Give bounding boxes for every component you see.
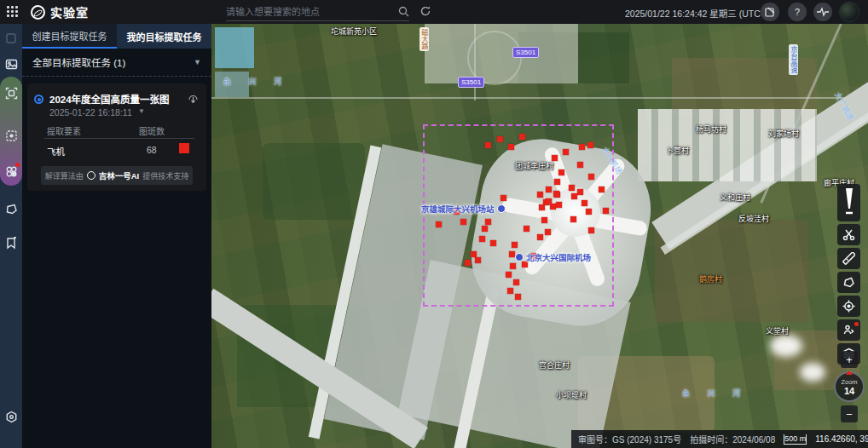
aircraft-marker[interactable] <box>475 257 481 263</box>
sidebar-item-polygon-draw[interactable] <box>3 201 19 216</box>
aircraft-marker[interactable] <box>436 221 442 227</box>
search-input[interactable] <box>226 7 398 17</box>
activity-button[interactable] <box>813 3 832 21</box>
aircraft-marker[interactable] <box>537 192 543 198</box>
aircraft-marker[interactable] <box>579 144 585 150</box>
col-header-count: 图斑数 <box>139 124 165 137</box>
aircraft-marker[interactable] <box>546 187 552 192</box>
aircraft-marker[interactable] <box>546 198 552 204</box>
aircraft-marker[interactable] <box>507 288 513 294</box>
aircraft-marker[interactable] <box>570 216 576 222</box>
aircraft-marker[interactable] <box>588 174 594 180</box>
algorithm-credit-button[interactable]: 解译算法由 吉林一号AI 提供技术支持 <box>41 166 193 185</box>
search-bar[interactable] <box>226 3 409 21</box>
aircraft-marker[interactable] <box>515 294 521 300</box>
aircraft-marker[interactable] <box>541 217 547 223</box>
aircraft-marker[interactable] <box>490 240 496 246</box>
aircraft-marker[interactable] <box>501 195 506 201</box>
refresh-icon[interactable] <box>420 5 431 17</box>
task-filter-dropdown[interactable]: 全部目标提取任务 (1) ▼ <box>22 49 211 77</box>
aircraft-marker[interactable] <box>479 236 485 242</box>
sidebar-item-settings[interactable] <box>3 409 19 424</box>
task-card[interactable]: 2024年度全国高质量一张图 2025-01-22 16:18:11 ▼ 提取要… <box>27 83 206 191</box>
aircraft-marker[interactable] <box>524 226 529 232</box>
left-icon-rail <box>0 24 22 448</box>
aircraft-marker[interactable] <box>539 204 545 210</box>
map-label: 宫合庄村 <box>539 359 570 370</box>
measure-tool[interactable] <box>837 248 860 269</box>
aircraft-marker[interactable] <box>512 242 518 248</box>
edit-note-button[interactable] <box>761 3 779 21</box>
aircraft-marker[interactable] <box>563 149 569 155</box>
crop-select-icon <box>5 129 18 142</box>
locate-tool[interactable] <box>837 296 860 317</box>
zoom-dial[interactable]: Zoom 14 <box>834 371 865 402</box>
poi-label[interactable]: 京雄城际大兴机场站 <box>421 203 506 215</box>
sidebar-item-crop-select[interactable] <box>3 128 19 143</box>
aircraft-marker[interactable] <box>537 234 543 240</box>
aircraft-marker[interactable] <box>553 191 559 197</box>
map-label: 坨城新苑小区 <box>331 26 377 37</box>
aircraft-marker[interactable] <box>545 229 551 235</box>
task-radio[interactable] <box>34 95 43 104</box>
aircraft-marker[interactable] <box>485 142 491 148</box>
aircraft-marker[interactable] <box>603 208 609 214</box>
swipe-compare-tool[interactable] <box>837 184 860 221</box>
clip-tool[interactable] <box>837 224 860 245</box>
map-label: 义堂村 <box>766 325 789 336</box>
aircraft-marker[interactable] <box>460 219 466 225</box>
zoom-in-button[interactable]: + <box>841 351 858 368</box>
satellite-map[interactable]: 坨城新苑小区团城李庄村杨马坊村刘家场村卜营村义和庄村廊平庄村反坡洼村鹅房村义堂村… <box>211 24 868 448</box>
poi-label[interactable]: 北京大兴国际机场 <box>515 251 591 263</box>
aircraft-marker[interactable] <box>510 263 516 269</box>
aircraft-marker[interactable] <box>471 251 477 257</box>
aircraft-marker[interactable] <box>587 142 593 148</box>
notification-dot <box>854 322 859 326</box>
metro-icon <box>497 204 506 213</box>
zoom-out-button[interactable]: − <box>841 405 858 422</box>
aircraft-marker[interactable] <box>465 260 471 266</box>
tab-create-task[interactable]: 创建目标提取任务 <box>22 24 117 49</box>
aircraft-marker[interactable] <box>550 204 556 210</box>
sidebar-item-apps-clover[interactable] <box>3 164 19 179</box>
aircraft-marker[interactable] <box>508 144 514 150</box>
aircraft-marker[interactable] <box>588 227 594 233</box>
aircraft-marker[interactable] <box>569 185 575 191</box>
help-button[interactable]: ? <box>788 3 807 21</box>
aircraft-marker[interactable] <box>497 136 503 142</box>
tab-my-tasks[interactable]: 我的目标提取任务 <box>117 24 211 49</box>
sidebar-item-ai-extract[interactable] <box>3 85 19 101</box>
app-logo[interactable]: 实验室 <box>31 3 89 20</box>
activity-icon <box>817 7 829 17</box>
aircraft-marker[interactable] <box>485 219 491 225</box>
sidebar-item-bookmark-add[interactable] <box>3 235 19 250</box>
target-icon <box>842 300 855 313</box>
sidebar-item-home[interactable] <box>3 31 19 46</box>
aircraft-marker[interactable] <box>554 179 560 185</box>
chevron-down-icon[interactable]: ▼ <box>138 107 145 115</box>
aircraft-marker[interactable] <box>577 189 583 195</box>
avatar[interactable] <box>839 2 859 22</box>
draw-polygon-tool[interactable] <box>837 272 860 293</box>
poi-person-tool[interactable] <box>837 319 860 341</box>
sidebar-item-image-library[interactable] <box>3 56 19 72</box>
aircraft-marker[interactable] <box>556 202 562 208</box>
search-icon[interactable] <box>398 6 409 17</box>
aircraft-marker[interactable] <box>599 187 605 192</box>
aircraft-marker[interactable] <box>519 134 525 140</box>
aircraft-marker[interactable] <box>582 200 587 206</box>
algo-prefix: 解译算法由 <box>45 170 84 181</box>
apps-grid-icon[interactable] <box>7 6 19 18</box>
cloud <box>800 363 825 382</box>
map-toolbar <box>837 184 861 365</box>
aircraft-marker[interactable] <box>577 162 583 168</box>
download-icon[interactable] <box>188 93 199 104</box>
aircraft-marker[interactable] <box>513 279 519 285</box>
aircraft-marker[interactable] <box>558 169 564 175</box>
aircraft-marker[interactable] <box>482 226 488 232</box>
aircraft-marker[interactable] <box>506 272 512 278</box>
aircraft-marker[interactable] <box>509 251 515 257</box>
aircraft-marker[interactable] <box>586 209 592 215</box>
forest-patch <box>263 143 365 220</box>
aircraft-marker[interactable] <box>571 193 577 199</box>
